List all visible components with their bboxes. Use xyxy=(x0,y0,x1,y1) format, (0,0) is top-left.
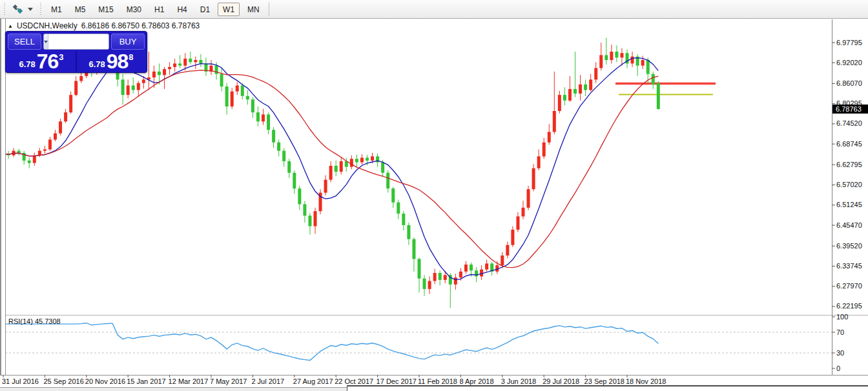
rsi-scale-label: 100 xyxy=(836,313,848,321)
timeframe-button-M30[interactable]: M30 xyxy=(121,3,147,16)
triangle-down-icon xyxy=(44,41,48,43)
date-label: 11 Feb 2018 xyxy=(418,377,457,385)
price-scale-label: 6.51245 xyxy=(836,201,862,208)
buy-price-display[interactable]: 6.78 98 8 xyxy=(78,51,145,72)
chart-symbol-label: USDCNH,Weekly xyxy=(17,21,78,30)
price-scale-label: 6.45470 xyxy=(836,221,862,229)
buy-price-sup: 8 xyxy=(129,52,133,62)
price-scale-label: 6.86070 xyxy=(836,79,862,87)
sell-price-big: 76 xyxy=(37,52,59,71)
volume-decrease-button[interactable] xyxy=(44,34,48,49)
price-scale-label: 6.57020 xyxy=(836,181,862,188)
rsi-line xyxy=(3,323,658,361)
rsi-indicator-label: RSI(14) 45.7308 xyxy=(8,317,61,325)
panel-divider xyxy=(76,51,77,72)
volume-input[interactable] xyxy=(48,34,109,49)
date-label: 18 Nov 2018 xyxy=(626,377,666,385)
price-scale-label: 6.92020 xyxy=(836,59,862,66)
timeframe-button-M15[interactable]: M15 xyxy=(93,3,118,16)
timeframe-button-D1[interactable]: D1 xyxy=(195,3,215,16)
date-label: 29 Jul 2018 xyxy=(542,377,579,385)
price-scale-label: 6.62795 xyxy=(836,161,862,168)
toolbar-grip[interactable] xyxy=(39,3,42,15)
chart-window[interactable]: ▲ USDCNH,Weekly 6.86186 6.86750 6.78603 … xyxy=(0,19,868,391)
candles xyxy=(2,37,660,308)
date-label: 7 May 2017 xyxy=(210,377,247,385)
timeframe-button-H4[interactable]: H4 xyxy=(172,3,192,16)
volume-control xyxy=(43,34,109,50)
date-label: 20 Nov 2016 xyxy=(85,377,125,385)
buy-button[interactable]: BUY xyxy=(111,34,145,50)
timeframes-toolbar: M1M5M15M30H1H4D1W1MN xyxy=(0,0,868,19)
price-scale-label: 6.33745 xyxy=(836,262,862,270)
bottom-window-edge xyxy=(347,385,868,391)
toolbar-grip[interactable] xyxy=(3,3,6,15)
price-scale-label: 6.22195 xyxy=(836,302,862,310)
date-label: 3 Jun 2018 xyxy=(501,377,536,385)
sell-price-small: 6.78 xyxy=(19,59,35,69)
price-scale-label: 6.74520 xyxy=(836,119,862,127)
sell-price-display[interactable]: 6.78 76 3 xyxy=(8,51,75,72)
timeframe-button-W1[interactable]: W1 xyxy=(218,3,240,16)
order-arrows-icon xyxy=(12,4,25,14)
toolbar-separator xyxy=(269,2,269,16)
rsi-scale-label: 0 xyxy=(836,365,840,372)
date-label: 23 Sep 2018 xyxy=(584,377,625,385)
collapse-triangle-icon[interactable]: ▲ xyxy=(8,23,13,29)
timeframe-button-M5[interactable]: M5 xyxy=(70,3,91,16)
date-label: 17 Dec 2017 xyxy=(377,377,417,385)
timeframe-button-MN[interactable]: MN xyxy=(242,3,265,16)
date-label: 12 Mar 2017 xyxy=(169,377,209,385)
date-label: 27 Aug 2017 xyxy=(293,377,333,385)
date-label: 8 Apr 2018 xyxy=(459,377,493,385)
chevron-down-icon xyxy=(28,8,33,11)
timeframe-button-M1[interactable]: M1 xyxy=(46,3,67,16)
new-order-button[interactable] xyxy=(8,2,36,16)
chart-title: ▲ USDCNH,Weekly 6.86186 6.86750 6.78603 … xyxy=(8,21,200,30)
price-scale-label: 6.68745 xyxy=(836,140,862,148)
price-scale-label: 6.27970 xyxy=(836,282,862,290)
one-click-trading-panel: SELL BUY 6.78 76 3 6.78 98 8 xyxy=(5,31,147,73)
date-label: 15 Jan 2017 xyxy=(127,377,166,385)
date-label: 22 Oct 2017 xyxy=(335,377,373,385)
sell-price-sup: 3 xyxy=(59,52,63,62)
rsi-scale-label: 30 xyxy=(836,349,844,357)
window-left-frame xyxy=(0,19,6,375)
price-scale-label: 6.97795 xyxy=(836,39,862,46)
buy-price-big: 98 xyxy=(107,52,129,71)
timeframe-buttons-group: M1M5M15M30H1H4D1W1MN xyxy=(45,3,266,16)
price-scale-label: 6.39520 xyxy=(836,242,862,250)
current-price-tag: 6.78763 xyxy=(832,105,868,114)
timeframe-button-H1[interactable]: H1 xyxy=(149,3,169,16)
chart-ohlc-values: 6.86186 6.86750 6.78603 6.78763 xyxy=(81,21,200,30)
date-label: 25 Sep 2016 xyxy=(43,377,83,385)
date-label: 2 Jul 2017 xyxy=(251,377,284,385)
rsi-scale-label: 70 xyxy=(836,328,844,336)
buy-price-small: 6.78 xyxy=(88,59,105,69)
candlestick-chart-canvas[interactable] xyxy=(0,19,868,391)
mt4-application: M1M5M15M30H1H4D1W1MN ▲ USDCNH,Weekly 6.8… xyxy=(0,0,868,391)
sell-button[interactable]: SELL xyxy=(8,34,41,50)
date-label: 31 Jul 2016 xyxy=(2,377,39,385)
